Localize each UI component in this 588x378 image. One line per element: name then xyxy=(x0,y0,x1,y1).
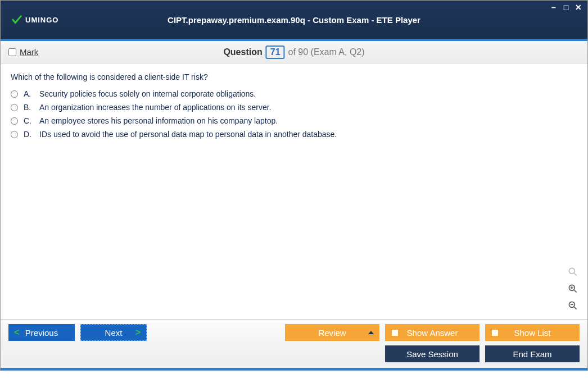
logo-text: UMINGO xyxy=(25,16,58,24)
option-d-radio[interactable] xyxy=(11,131,18,138)
end-exam-label: End Exam xyxy=(513,349,551,359)
question-content: Which of the following is considered a c… xyxy=(1,63,587,319)
window-title: CIPT.prepaway.premium.exam.90q - Custom … xyxy=(168,15,420,25)
question-bar: Mark Question 71 of 90 (Exam A, Q2) xyxy=(1,41,587,63)
chevron-left-icon: < xyxy=(14,327,19,338)
save-session-label: Save Session xyxy=(406,349,458,359)
review-button[interactable]: Review xyxy=(285,324,379,341)
svg-point-0 xyxy=(569,268,575,274)
option-a-radio[interactable] xyxy=(11,90,18,98)
triangle-up-icon xyxy=(368,331,374,334)
question-text: Which of the following is considered a c… xyxy=(11,72,577,81)
option-b-radio[interactable] xyxy=(11,104,18,111)
search-icon[interactable] xyxy=(566,265,580,279)
option-b[interactable]: B. An organization increases the number … xyxy=(11,103,577,112)
option-c-letter: C. xyxy=(24,116,34,125)
window-controls: – □ ✕ xyxy=(549,3,583,12)
show-answer-label: Show Answer xyxy=(407,328,458,338)
review-label: Review xyxy=(318,328,346,338)
zoom-out-icon[interactable] xyxy=(566,299,580,312)
show-answer-button[interactable]: Show Answer xyxy=(385,324,480,341)
option-c-text: An employee stores his personal informat… xyxy=(39,116,278,125)
option-d-letter: D. xyxy=(24,130,34,139)
stop-icon xyxy=(392,330,398,336)
option-c-radio[interactable] xyxy=(11,117,18,125)
footer-accent xyxy=(1,368,587,370)
app-header: UMINGO CIPT.prepaway.premium.exam.90q - … xyxy=(1,1,587,39)
option-a-text: Security policies focus solely on intern… xyxy=(39,89,256,98)
option-d[interactable]: D. IDs used to avoid the use of personal… xyxy=(11,130,577,139)
app-logo: UMINGO xyxy=(11,13,58,26)
option-b-letter: B. xyxy=(24,103,34,112)
option-b-text: An organization increases the number of … xyxy=(39,103,271,112)
next-label: Next xyxy=(105,328,123,338)
svg-line-8 xyxy=(575,307,577,309)
previous-button[interactable]: < Previous xyxy=(8,324,75,341)
minimize-button[interactable]: – xyxy=(549,3,558,12)
question-counter-rest: of 90 (Exam A, Q2) xyxy=(288,47,365,57)
question-word: Question xyxy=(223,47,262,57)
stop-icon xyxy=(492,330,498,336)
option-a-letter: A. xyxy=(24,89,34,98)
save-session-button[interactable]: Save Session xyxy=(385,345,480,362)
close-button[interactable]: ✕ xyxy=(574,3,583,12)
end-exam-button[interactable]: End Exam xyxy=(485,345,580,362)
option-d-text: IDs used to avoid the use of personal da… xyxy=(39,130,337,139)
footer: < Previous Next > Review Show Answer Sho… xyxy=(1,319,587,368)
svg-line-1 xyxy=(575,274,577,276)
svg-line-5 xyxy=(575,290,577,293)
maximize-button[interactable]: □ xyxy=(562,3,571,12)
zoom-in-icon[interactable] xyxy=(566,282,580,295)
previous-label: Previous xyxy=(25,328,58,338)
chevron-right-icon: > xyxy=(135,327,141,338)
next-button[interactable]: Next > xyxy=(80,324,147,341)
show-list-label: Show List xyxy=(514,328,550,338)
option-a[interactable]: A. Security policies focus solely on int… xyxy=(11,89,577,98)
checkmark-icon xyxy=(11,13,23,26)
show-list-button[interactable]: Show List xyxy=(485,324,580,341)
mark-checkbox[interactable] xyxy=(8,48,16,56)
mark-label[interactable]: Mark xyxy=(20,47,38,57)
option-c[interactable]: C. An employee stores his personal infor… xyxy=(11,116,577,125)
question-number: 71 xyxy=(266,45,285,59)
